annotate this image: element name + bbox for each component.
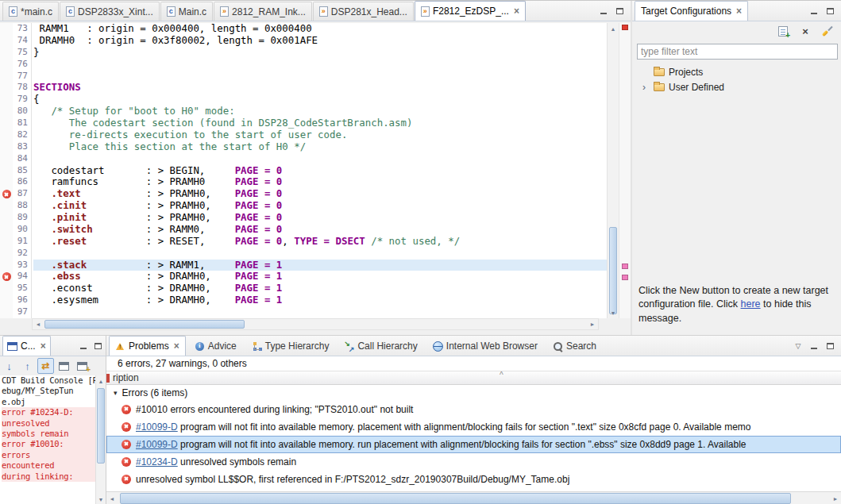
code-line[interactable] [33, 71, 607, 83]
scrollbar-thumb[interactable] [120, 493, 791, 504]
tab-advice[interactable]: Advice [188, 336, 243, 356]
tab-target-configurations[interactable]: Target Configurations × [635, 1, 748, 21]
display-console-icon[interactable] [56, 358, 72, 374]
code-line[interactable]: DRAMH0 : origin = 0x3f80002, length = 0x… [33, 35, 607, 47]
code-line[interactable]: .stack : > RAMM1, PAGE = 1 [33, 260, 607, 271]
error-marker-icon[interactable] [2, 272, 11, 281]
code-line[interactable]: .econst : > DRAMH0, PAGE = 1 [33, 283, 607, 294]
problem-row[interactable]: #10234-D unresolved symbols remain [106, 453, 841, 471]
previous-error-icon[interactable]: ↑ [19, 358, 36, 374]
view-menu-icon[interactable]: ▽ [792, 340, 804, 352]
console-output[interactable]: CDT Build Console [PTebug/MY_StepTune.ob… [0, 375, 95, 504]
code-line[interactable]: .pinit : > PRAMH0, PAGE = 0 [33, 212, 607, 224]
code-line[interactable]: .cinit : > PRAMH0, PAGE = 0 [33, 200, 607, 212]
code-line[interactable]: .ebss : > DRAMH0, PAGE = 1 [33, 271, 607, 283]
maximize-icon[interactable] [613, 5, 626, 17]
open-console-icon[interactable] [74, 358, 91, 374]
problems-horizontal-scrollbar[interactable]: ◄ ► [106, 491, 841, 504]
scroll-right-icon[interactable]: ► [587, 319, 598, 329]
problem-row[interactable]: #10099-D program will not fit into avail… [106, 436, 841, 453]
occurrence-marker[interactable] [622, 264, 628, 269]
occurrence-marker[interactable] [622, 275, 628, 280]
problem-row[interactable]: #10099-D program will not fit into avail… [106, 418, 841, 436]
code-line[interactable]: codestart : > BEGIN, PAGE = 0 [33, 165, 607, 177]
code-line[interactable]: .switch : > RAMM0, PAGE = 0 [33, 224, 607, 236]
code-area[interactable]: RAMM1 : origin = 0x000400, length = 0x00… [32, 23, 607, 318]
maximize-icon[interactable] [91, 340, 104, 352]
code-line[interactable]: } [33, 47, 607, 59]
error-code-link[interactable]: #10099-D [136, 439, 178, 450]
tab-search[interactable]: Search [546, 336, 603, 356]
next-error-icon[interactable]: ↓ [1, 358, 17, 374]
chevron-right-icon[interactable]: › [642, 83, 650, 91]
editor-tab[interactable]: 2812_RAM_Ink... [214, 2, 312, 21]
scroll-up-icon[interactable]: ▲ [96, 375, 106, 387]
screwdriver-icon[interactable] [820, 24, 835, 38]
maximize-icon[interactable] [824, 340, 836, 352]
scroll-down-icon[interactable]: ▼ [608, 307, 619, 318]
code-line[interactable]: The codestart section (found in DSP28_Co… [33, 117, 607, 129]
here-link[interactable]: here [741, 298, 761, 310]
editor-tab[interactable]: Main.c [160, 2, 213, 21]
editor-tab[interactable]: DSP281x_Head... [313, 2, 414, 21]
code-line[interactable]: .text : > PRAMH0, PAGE = 0 [33, 188, 607, 200]
editor-tab[interactable]: *main.c [2, 2, 59, 21]
delete-icon[interactable]: × [798, 24, 812, 38]
scroll-down-icon[interactable]: ▼ [96, 494, 106, 504]
code-line[interactable]: .esysmem : > DRAMH0, PAGE = 1 [33, 294, 607, 306]
minimize-icon[interactable] [597, 5, 610, 17]
scroll-up-icon[interactable]: ▲ [608, 23, 619, 34]
code-line[interactable]: .reset : > RESET, PAGE = 0, TYPE = DSECT… [33, 236, 607, 248]
filter-input[interactable] [637, 44, 838, 60]
close-icon[interactable]: × [736, 7, 742, 15]
code-line[interactable]: { [33, 94, 607, 106]
error-overview-marker[interactable] [622, 25, 628, 30]
tab-call-hierarchy[interactable]: Call Hierarchy [338, 336, 423, 356]
minimize-icon[interactable] [808, 5, 820, 17]
scroll-left-icon[interactable]: ◄ [106, 492, 118, 504]
tab-type-hierarchy[interactable]: Type Hierarchy [245, 336, 336, 356]
new-target-configuration-icon[interactable] [776, 24, 790, 38]
editor-vertical-scrollbar[interactable]: ▲ ▼ [607, 23, 619, 318]
code-line[interactable] [33, 59, 607, 71]
problem-row[interactable]: unresolved symbol LL$$OR, first referenc… [106, 471, 841, 488]
close-icon[interactable]: × [514, 7, 519, 15]
problem-row[interactable]: #10010 errors encountered during linking… [106, 401, 841, 418]
tab-problems[interactable]: Problems× [109, 336, 186, 356]
error-code-link[interactable]: #10234-D [136, 456, 178, 467]
scrollbar-thumb[interactable] [609, 227, 617, 314]
code-line[interactable]: RAMM1 : origin = 0x000400, length = 0x00… [33, 23, 607, 35]
code-line[interactable]: /* Setup for "boot to H0" mode: [33, 106, 607, 117]
tab-console[interactable]: C... × [2, 336, 51, 356]
maximize-icon[interactable] [824, 5, 836, 17]
editor-horizontal-scrollbar[interactable]: ◄ ► [32, 318, 599, 330]
minimize-icon[interactable] [77, 340, 90, 352]
expanded-twistie-icon[interactable]: ▾ [114, 389, 118, 397]
tree-item-user-defined[interactable]: ›User Defined [632, 79, 841, 94]
tab-internal-web-browser[interactable]: Internal Web Browser [426, 336, 544, 356]
code-line[interactable]: SECTIONS [33, 82, 607, 94]
minimize-icon[interactable] [808, 340, 820, 352]
errors-group-row[interactable]: ▾ Errors (6 items) [106, 385, 841, 401]
scroll-left-icon[interactable]: ◄ [33, 319, 44, 329]
code-line[interactable]: re-directs execution to the start of use… [33, 129, 607, 141]
close-icon[interactable]: × [174, 342, 179, 350]
tree-item-projects[interactable]: Projects [632, 64, 841, 79]
description-column-header[interactable]: ription ^ [106, 371, 841, 385]
code-line[interactable]: Place this section at the start of H0 */ [33, 141, 607, 153]
code-line[interactable] [33, 153, 607, 165]
close-icon[interactable]: × [41, 342, 46, 350]
code-line[interactable] [33, 306, 607, 318]
error-marker-icon[interactable] [2, 190, 11, 198]
console-vertical-scrollbar[interactable]: ▲ ▼ [95, 375, 106, 504]
code-line[interactable]: ramfuncs : > PRAMH0 PAGE = 0 [33, 176, 607, 188]
editor-tab[interactable]: DSP2833x_Xint... [60, 2, 160, 21]
editor-tab[interactable]: F2812_EzDSP_...× [415, 1, 526, 21]
scroll-right-icon[interactable]: ► [830, 492, 841, 504]
error-code-link[interactable]: #10099-D [136, 421, 178, 433]
scrollbar-thumb[interactable] [44, 320, 245, 329]
sync-arrows-icon[interactable]: ⇄ [37, 358, 54, 374]
scrollbar-thumb[interactable] [97, 388, 105, 464]
tab-label: Target Configurations [641, 6, 731, 17]
code-line[interactable] [33, 248, 607, 260]
